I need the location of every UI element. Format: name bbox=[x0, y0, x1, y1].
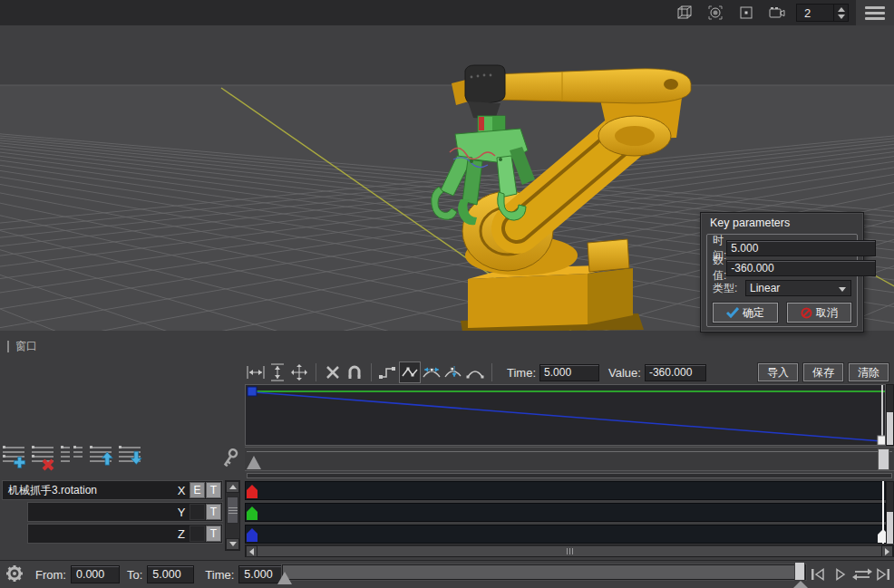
fit-horizontal-button[interactable] bbox=[245, 361, 267, 383]
robot-base bbox=[461, 265, 644, 331]
slider-playhead-handle[interactable] bbox=[794, 562, 805, 581]
scroll-left-button[interactable] bbox=[246, 545, 258, 557]
step-interpolation-button[interactable] bbox=[377, 361, 399, 383]
key-parameters-dialog[interactable]: Key parameters 时间: 数值: 类型: Linear bbox=[700, 212, 864, 333]
cancel-button[interactable]: 取消 bbox=[787, 303, 852, 323]
auto-tangent-button[interactable] bbox=[421, 361, 442, 383]
time-slider-track[interactable] bbox=[282, 564, 806, 580]
keyframe-handle[interactable] bbox=[248, 387, 257, 396]
panel-splitter[interactable] bbox=[247, 473, 892, 478]
delete-key-button[interactable] bbox=[322, 361, 344, 383]
from-input[interactable] bbox=[71, 565, 120, 583]
skip-to-end-button[interactable] bbox=[874, 565, 892, 583]
dope-vertical-scrollbar[interactable] bbox=[886, 481, 894, 544]
value-label: Value: bbox=[608, 366, 641, 380]
import-button[interactable]: 导入 bbox=[758, 363, 798, 381]
track-toggle-x[interactable]: T bbox=[206, 482, 221, 498]
scrollbar-thumb[interactable] bbox=[887, 512, 893, 544]
scroll-down-button[interactable] bbox=[226, 538, 239, 550]
edit-toggle-z[interactable] bbox=[189, 525, 205, 542]
curve-view[interactable] bbox=[245, 384, 886, 446]
cursor-key-handle[interactable] bbox=[878, 436, 885, 445]
split-tracks-button[interactable] bbox=[60, 444, 85, 471]
scroll-up-button[interactable] bbox=[226, 481, 239, 493]
add-track-button[interactable] bbox=[2, 444, 27, 471]
to-input[interactable] bbox=[147, 565, 194, 583]
type-label: 类型: bbox=[713, 281, 745, 296]
broken-tangent-button[interactable] bbox=[442, 361, 464, 383]
track-row-y[interactable]: Y T bbox=[27, 502, 223, 522]
interpolation-type-dropdown[interactable]: Linear bbox=[745, 280, 851, 296]
delete-track-button[interactable] bbox=[31, 444, 56, 471]
track-toggle-z[interactable]: T bbox=[206, 525, 221, 542]
axis-label-z: Z bbox=[173, 527, 189, 541]
application-window: 2 Key parameters 时间: 数值: 类型: Li bbox=[0, 0, 894, 588]
dot-in-square-icon[interactable] bbox=[731, 0, 762, 25]
keyframe-marker-y[interactable] bbox=[247, 506, 258, 520]
time-label: Time: bbox=[205, 568, 234, 582]
settings-gear-icon[interactable] bbox=[5, 563, 26, 587]
robot-arm[interactable] bbox=[399, 53, 743, 331]
track-row-x[interactable]: 机械抓手3.rotation X E T bbox=[2, 480, 223, 500]
curve-scrub-bar[interactable] bbox=[245, 447, 894, 471]
dope-track-y[interactable] bbox=[245, 503, 886, 522]
wireframe-cube-icon[interactable] bbox=[669, 0, 700, 25]
scrollbar-thumb[interactable] bbox=[227, 496, 238, 524]
snap-magnet-button[interactable] bbox=[344, 361, 365, 383]
slider-start-handle[interactable] bbox=[277, 572, 292, 584]
smooth-interpolation-button[interactable] bbox=[464, 361, 486, 383]
linear-interpolation-button[interactable] bbox=[399, 361, 421, 383]
skip-to-start-button[interactable] bbox=[809, 565, 827, 583]
dope-track-x[interactable] bbox=[245, 481, 886, 500]
key-icon[interactable] bbox=[220, 448, 246, 475]
time-field[interactable] bbox=[726, 240, 876, 256]
check-icon bbox=[726, 307, 739, 318]
camera-icon[interactable] bbox=[762, 0, 792, 25]
spinner-up-icon[interactable] bbox=[838, 7, 845, 12]
dope-track-z[interactable] bbox=[245, 525, 886, 544]
ok-button[interactable]: 确定 bbox=[713, 303, 778, 323]
top-toolbar: 2 bbox=[0, 0, 894, 25]
blue-curve[interactable] bbox=[255, 392, 882, 441]
spinner-down-icon[interactable] bbox=[838, 14, 845, 19]
time-input[interactable] bbox=[539, 364, 599, 381]
edit-toggle-x[interactable]: E bbox=[189, 482, 205, 498]
axis-label-y: Y bbox=[173, 506, 189, 519]
scrub-right-handle[interactable] bbox=[878, 448, 889, 470]
hamburger-menu-button[interactable] bbox=[856, 0, 894, 25]
dialog-group-box: 时间: 数值: 类型: Linear 确定 bbox=[706, 234, 858, 327]
timeline-horizontal-scrollbar[interactable] bbox=[245, 545, 894, 557]
fit-vertical-button[interactable] bbox=[267, 361, 288, 383]
value-input[interactable] bbox=[645, 364, 706, 381]
move-track-up-button[interactable] bbox=[89, 444, 114, 471]
view-count-spinner[interactable]: 2 bbox=[796, 4, 849, 22]
edit-toggle-y[interactable] bbox=[189, 504, 205, 520]
render-target-icon[interactable] bbox=[700, 0, 731, 25]
dialog-title: Key parameters bbox=[701, 213, 863, 229]
loop-button[interactable] bbox=[850, 565, 874, 583]
track-row-z[interactable]: Z T bbox=[27, 524, 223, 544]
tracklist-scrollbar[interactable] bbox=[225, 480, 240, 551]
time-label: Time: bbox=[507, 366, 536, 380]
robot-elbow-joint bbox=[598, 116, 671, 156]
clear-button[interactable]: 清除 bbox=[849, 363, 889, 381]
move-track-down-button[interactable] bbox=[118, 444, 143, 471]
curve-vertical-scrollbar[interactable] bbox=[886, 384, 894, 446]
scroll-right-button[interactable] bbox=[881, 545, 893, 557]
fit-all-button[interactable] bbox=[288, 361, 310, 383]
chevron-down-icon bbox=[839, 287, 846, 292]
dope-sheet[interactable] bbox=[245, 481, 886, 544]
keyframe-marker-x[interactable] bbox=[247, 485, 258, 498]
value-field[interactable] bbox=[726, 260, 876, 276]
keyframe-marker-z[interactable] bbox=[247, 528, 258, 542]
dock-grip[interactable] bbox=[7, 341, 9, 352]
cancel-icon bbox=[801, 307, 812, 319]
scrub-left-handle[interactable] bbox=[247, 456, 261, 469]
scrollbar-thumb[interactable] bbox=[258, 546, 881, 556]
scrollbar-thumb[interactable] bbox=[887, 412, 893, 445]
spinner-arrows[interactable] bbox=[833, 5, 848, 21]
robot-upper-arm bbox=[494, 69, 691, 103]
save-button[interactable]: 保存 bbox=[803, 363, 843, 381]
track-toggle-y[interactable]: T bbox=[206, 504, 221, 520]
play-button[interactable] bbox=[831, 565, 850, 583]
